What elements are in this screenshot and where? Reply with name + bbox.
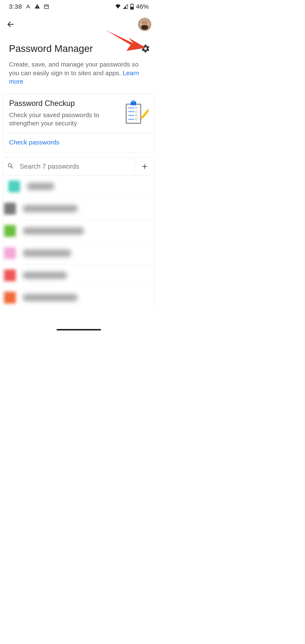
search-icon	[7, 162, 14, 170]
battery-percent: 46%	[136, 3, 149, 10]
site-name-redacted	[23, 294, 78, 301]
svg-point-21	[128, 115, 130, 116]
svg-point-27	[130, 119, 131, 120]
battery-icon	[130, 4, 134, 10]
check-passwords-button[interactable]: Check passwords	[9, 139, 59, 146]
warning-icon	[34, 4, 40, 10]
svg-rect-0	[37, 6, 38, 7]
svg-rect-4	[132, 4, 132, 4]
svg-point-22	[130, 115, 131, 116]
status-bar: 3:38	[3, 0, 154, 12]
site-name-redacted	[27, 183, 54, 190]
settings-button[interactable]	[141, 44, 150, 54]
checkup-subtitle: Check your saved passwords to strengthen…	[9, 111, 119, 128]
font-icon	[26, 4, 31, 9]
site-favicon	[4, 225, 16, 237]
checkup-title: Password Checkup	[9, 99, 119, 108]
svg-rect-5	[131, 7, 133, 9]
password-entry[interactable]	[22, 286, 154, 309]
site-favicon	[4, 247, 16, 259]
search-container	[3, 158, 154, 176]
site-name-redacted	[23, 272, 67, 279]
password-entry[interactable]	[22, 242, 154, 264]
svg-point-28	[132, 119, 132, 120]
site-favicon	[8, 180, 20, 192]
calendar-icon	[44, 4, 49, 9]
password-entry[interactable]	[22, 198, 154, 220]
svg-point-12	[130, 107, 131, 108]
gear-icon	[141, 44, 150, 53]
password-list	[3, 176, 154, 309]
svg-rect-1	[37, 8, 38, 8]
svg-point-18	[132, 111, 132, 112]
password-entry[interactable]	[3, 176, 154, 198]
site-favicon	[4, 270, 16, 281]
avatar[interactable]	[138, 18, 151, 31]
home-indicator[interactable]	[56, 329, 101, 330]
svg-point-24	[133, 115, 134, 116]
page-description: Create, save, and manage your passwords …	[3, 56, 154, 92]
search-input[interactable]	[20, 163, 131, 170]
password-entry[interactable]	[22, 220, 154, 242]
site-favicon	[4, 203, 16, 214]
clipboard-illustration	[123, 100, 148, 125]
signal-icon	[123, 4, 128, 9]
site-name-redacted	[23, 205, 78, 212]
status-time: 3:38	[9, 3, 22, 10]
plus-icon	[141, 163, 148, 170]
svg-point-29	[133, 119, 134, 120]
add-password-button[interactable]	[134, 158, 154, 175]
back-button[interactable]	[6, 20, 15, 28]
svg-point-13	[132, 107, 132, 108]
svg-point-14	[133, 107, 134, 108]
svg-point-16	[128, 111, 130, 112]
site-name-redacted	[23, 227, 84, 234]
password-checkup-card: Password Checkup Check your saved passwo…	[3, 94, 154, 152]
password-entry[interactable]	[22, 264, 154, 286]
svg-point-11	[128, 107, 130, 108]
svg-point-19	[133, 111, 134, 112]
svg-rect-2	[44, 5, 49, 8]
site-name-redacted	[23, 250, 72, 257]
site-favicon	[4, 292, 16, 304]
svg-point-26	[128, 119, 130, 120]
svg-point-10	[133, 101, 134, 102]
page-title: Password Manager	[9, 43, 93, 54]
svg-point-23	[132, 115, 132, 116]
svg-rect-31	[141, 108, 148, 118]
svg-point-17	[130, 111, 131, 112]
wifi-icon	[115, 4, 121, 9]
